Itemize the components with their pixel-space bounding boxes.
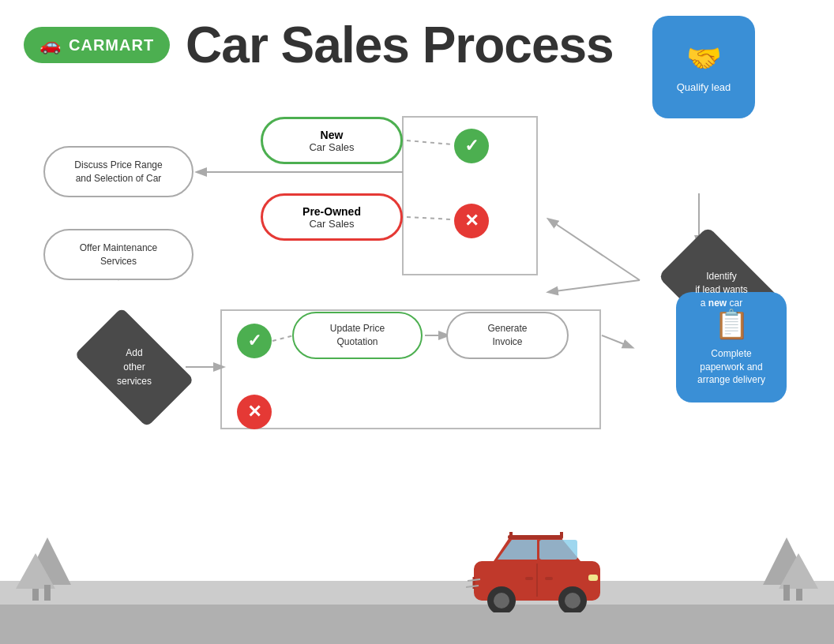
preowned-car-sales-node: Pre-Owned Car Sales [261, 193, 403, 241]
svg-rect-30 [588, 575, 598, 581]
complete-paperwork-label: Completepaperwork andarrange delivery [697, 347, 765, 387]
update-price-node: Update PriceQuotation [292, 312, 423, 359]
svg-rect-21 [796, 589, 802, 601]
new-car-bold: New [321, 129, 344, 141]
svg-line-3 [407, 140, 452, 144]
new-car-sales-node: New Car Sales [261, 117, 403, 164]
svg-rect-25 [539, 540, 577, 560]
logo-text: CARMART [69, 36, 154, 54]
qualify-lead-label: Qualify lead [677, 81, 731, 93]
ground-road [0, 605, 834, 644]
handshake-icon: 🤝 [686, 42, 722, 75]
svg-line-13 [602, 335, 632, 347]
update-price-label: Update PriceQuotation [330, 322, 385, 349]
svg-line-11 [272, 335, 294, 341]
generate-invoice-label: GenerateInvoice [487, 322, 527, 349]
add-services-check: ✓ [237, 324, 272, 358]
svg-line-1 [549, 219, 640, 280]
preowned-x: ✕ [454, 204, 489, 238]
page-title: Car Sales Process [186, 16, 614, 74]
add-services-label: Add other services [117, 346, 152, 388]
svg-rect-36 [545, 577, 553, 580]
new-car-check: ✓ [454, 129, 489, 163]
svg-rect-38 [509, 532, 513, 537]
generate-invoice-node: GenerateInvoice [446, 312, 569, 359]
document-icon: 📋 [714, 308, 749, 341]
preowned-bold: Pre-Owned [302, 205, 361, 218]
offer-maintenance-node: Offer MaintenanceServices [43, 229, 193, 280]
logo-badge: 🚗 CARMART [24, 27, 170, 63]
left-trees [8, 530, 87, 608]
svg-rect-35 [525, 577, 533, 580]
preowned-sub: Car Sales [309, 218, 354, 230]
right-trees [747, 530, 826, 608]
svg-rect-37 [508, 535, 563, 539]
new-car-sub: Car Sales [309, 141, 354, 153]
svg-rect-39 [560, 532, 563, 537]
car-icon: 🚗 [39, 35, 61, 55]
offer-maintenance-label: Offer MaintenanceServices [80, 242, 158, 268]
svg-line-4 [407, 217, 452, 219]
discuss-price-node: Discuss Price Rangeand Selection of Car [43, 146, 193, 197]
svg-rect-20 [783, 585, 790, 601]
qualify-lead-node: 🤝 Qualify lead [652, 16, 755, 118]
add-services-diamond-node: Add other services [79, 331, 190, 402]
add-services-x: ✕ [237, 395, 272, 429]
svg-point-27 [494, 593, 509, 608]
identify-diamond-label: Identify if lead wants a new car [695, 270, 748, 309]
svg-rect-17 [32, 589, 39, 601]
discuss-price-label: Discuss Price Rangeand Selection of Car [74, 159, 162, 185]
svg-line-2 [549, 280, 640, 292]
svg-point-29 [565, 593, 580, 608]
car-illustration [466, 526, 608, 612]
svg-rect-16 [44, 585, 51, 601]
